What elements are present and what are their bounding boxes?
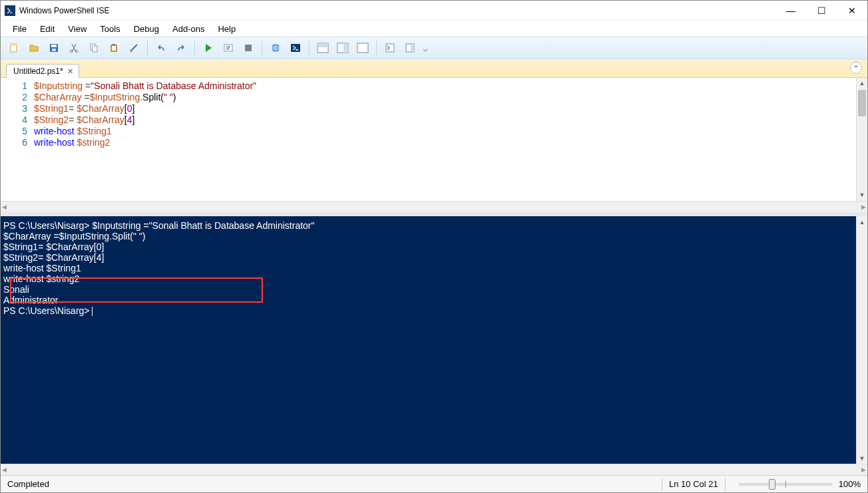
slider-tick [785, 481, 786, 488]
svg-rect-14 [245, 45, 252, 51]
titlebar: Windows PowerShell ISE — ☐ ✕ [1, 1, 867, 21]
script-editor[interactable]: 123456 $Inputstring ="Sonali Bhatt is Da… [1, 78, 867, 201]
svg-rect-4 [51, 45, 57, 47]
cut-icon[interactable] [65, 39, 83, 57]
toolbar-separator [309, 41, 310, 55]
console-line: PS C:\Users\Nisarg> [3, 305, 865, 316]
editor-horizontal-scrollbar[interactable]: ◀ ▶ [1, 201, 867, 212]
zoom-slider[interactable] [739, 483, 832, 486]
console-horizontal-scrollbar[interactable]: ◀ ▶ [1, 464, 867, 475]
maximize-button[interactable]: ☐ [806, 1, 837, 21]
scroll-down-icon[interactable]: ▼ [857, 452, 867, 464]
console-vertical-scrollbar[interactable]: ▲ ▼ [856, 216, 867, 464]
close-button[interactable]: ✕ [837, 1, 867, 21]
scroll-up-icon[interactable]: ▲ [857, 216, 867, 228]
svg-rect-9 [93, 46, 97, 52]
code-area[interactable]: $Inputstring ="Sonali Bhatt is Database … [34, 78, 256, 201]
tool-pane-icon[interactable] [401, 39, 419, 57]
toolbar-separator [194, 41, 195, 55]
minimize-button[interactable]: — [775, 1, 806, 21]
toolbar-separator [262, 41, 262, 55]
scroll-down-icon[interactable]: ▼ [857, 190, 867, 201]
svg-rect-12 [112, 44, 116, 46]
console-line: write-host $String1 [3, 263, 865, 273]
svg-rect-21 [343, 43, 348, 53]
line-number: 1 [1, 81, 27, 92]
status-separator [725, 478, 726, 490]
slider-knob[interactable] [769, 479, 775, 490]
menu-add-ons[interactable]: Add-ons [166, 23, 211, 35]
console-line: $CharArray =$InputString.Split(" ") [3, 231, 865, 242]
console-cursor [92, 307, 93, 316]
menu-edit[interactable]: Edit [33, 23, 61, 35]
menu-tools[interactable]: Tools [93, 23, 126, 35]
top-pane-icon[interactable] [314, 39, 332, 57]
console-line: PS C:\Users\Nisarg> $Inputstring ="Sonal… [3, 220, 865, 231]
line-number: 4 [1, 114, 27, 126]
undo-icon[interactable] [152, 39, 170, 57]
code-line[interactable]: write-host $String1 [34, 126, 256, 137]
collapse-script-pane-icon[interactable]: ⌃ [850, 62, 862, 74]
cursor-position: Ln 10 Col 21 [669, 479, 718, 489]
menu-help[interactable]: Help [211, 23, 242, 35]
paste-icon[interactable] [105, 39, 123, 57]
toolbar-separator [376, 41, 377, 55]
svg-rect-2 [11, 44, 17, 46]
line-number: 3 [1, 103, 27, 114]
toolbar-separator [147, 41, 148, 55]
code-line[interactable]: $Inputstring ="Sonali Bhatt is Database … [34, 81, 256, 92]
menu-debug[interactable]: Debug [127, 23, 166, 35]
console-line: Administrator [3, 295, 865, 305]
line-number: 5 [1, 126, 27, 137]
status-separator [662, 478, 662, 490]
tab-label: Untitled2.ps1* [13, 67, 63, 76]
tab-close-icon[interactable]: ✕ [67, 67, 73, 76]
svg-rect-19 [318, 43, 328, 47]
menu-view[interactable]: View [61, 23, 93, 35]
code-line[interactable]: $CharArray =$InputString.Split(" ") [34, 92, 256, 103]
code-line[interactable]: $String2= $CharArray[4] [34, 114, 256, 126]
code-line[interactable]: $String1= $CharArray[0] [34, 103, 256, 114]
console-line: Sonali [3, 284, 865, 295]
run-icon[interactable] [199, 39, 218, 57]
stop-icon[interactable] [239, 39, 258, 57]
command-addon-icon[interactable] [381, 39, 399, 57]
code-line[interactable]: write-host $string2 [34, 137, 256, 148]
window-controls: — ☐ ✕ [775, 1, 867, 21]
svg-rect-23 [386, 44, 394, 52]
remote-icon[interactable] [266, 39, 285, 57]
svg-rect-11 [112, 46, 116, 51]
line-number: 2 [1, 92, 27, 103]
tab-strip: Untitled2.ps1* ✕ ⌃ [1, 59, 867, 78]
scroll-right-icon[interactable]: ▶ [861, 466, 866, 473]
menu-file[interactable]: File [6, 23, 33, 35]
svg-rect-5 [52, 49, 56, 51]
console-pane[interactable]: PS C:\Users\Nisarg> $Inputstring ="Sonal… [1, 216, 867, 464]
scroll-right-icon[interactable]: ▶ [861, 204, 866, 210]
right-pane-icon[interactable] [333, 39, 352, 57]
app-icon [5, 5, 15, 16]
open-file-icon[interactable] [25, 39, 43, 57]
toolbar-overflow-icon[interactable] [421, 39, 430, 57]
full-pane-icon[interactable] [353, 39, 372, 57]
scroll-left-icon[interactable]: ◀ [2, 204, 7, 210]
console-output[interactable]: PS C:\Users\Nisarg> $Inputstring ="Sonal… [3, 220, 865, 316]
line-number-gutter: 123456 [1, 78, 34, 201]
scroll-left-icon[interactable]: ◀ [2, 466, 7, 473]
tab-untitled[interactable]: Untitled2.ps1* ✕ [6, 64, 79, 78]
scroll-thumb[interactable] [858, 90, 866, 116]
scroll-up-icon[interactable]: ▲ [857, 78, 867, 89]
clear-icon[interactable] [124, 39, 143, 57]
console-line: $String2= $CharArray[4] [3, 252, 865, 263]
console-line: write-host $string2 [3, 273, 865, 284]
console-line: $String1= $CharArray[0] [3, 242, 865, 252]
redo-icon[interactable] [172, 39, 190, 57]
powershell-icon[interactable] [286, 39, 305, 57]
new-file-icon[interactable] [5, 39, 23, 57]
zoom-level: 100% [839, 479, 861, 489]
editor-vertical-scrollbar[interactable]: ▲ ▼ [856, 78, 867, 201]
svg-rect-22 [357, 43, 368, 53]
copy-icon[interactable] [85, 39, 103, 57]
run-selection-icon[interactable] [219, 39, 238, 57]
save-icon[interactable] [45, 39, 63, 57]
